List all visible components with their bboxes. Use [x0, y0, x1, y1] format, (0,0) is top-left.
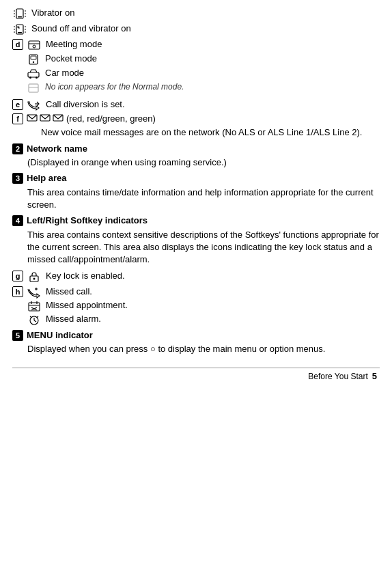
svg-point-35	[33, 277, 36, 279]
sound-vib-row: Sound off and vibrator on	[12, 23, 380, 36]
meeting-icon	[27, 38, 46, 51]
sound-vib-label: Sound off and vibrator on	[31, 23, 380, 35]
voicemail-icons	[27, 113, 64, 122]
voicemail-body: New voice mail messages are on the netwo…	[41, 126, 380, 139]
voicemail-row: f (red, red/green, green)	[12, 113, 380, 125]
car-mode-row: Car mode	[26, 67, 380, 80]
missed-alarm-label: Missed alarm.	[46, 313, 380, 325]
footer-divider	[12, 368, 380, 368]
missed-call-label: Missed call.	[46, 286, 380, 298]
vibrator-label: Vibrator on	[31, 7, 380, 19]
missed-call-icon	[27, 286, 46, 299]
note-icon	[26, 81, 45, 94]
badge-3: 3	[12, 173, 23, 184]
keylock-icon	[27, 270, 46, 283]
badge-d: d	[12, 39, 23, 50]
badge-4: 4	[12, 215, 23, 226]
menu-body: Displayed when you can press ○ to displa…	[27, 343, 380, 355]
call-divert-label: Call diversion is set.	[46, 98, 380, 111]
help-title: Help area	[27, 172, 380, 184]
softkey-body: This area contains context sensitive des…	[27, 229, 380, 266]
svg-point-24	[33, 61, 34, 63]
network-section: 2 Network name	[12, 143, 380, 155]
badge-e: e	[12, 99, 23, 110]
footer: Before You Start 5	[12, 371, 380, 381]
badge-f: f	[12, 113, 23, 124]
missed-call-item: Missed call.	[27, 286, 380, 299]
svg-rect-7	[18, 16, 22, 18]
svg-point-26	[29, 77, 31, 79]
missed-appt-icon	[27, 299, 46, 312]
missed-appt-item: Missed appointment.	[27, 299, 380, 312]
svg-point-27	[36, 77, 38, 79]
footer-page: 5	[372, 371, 377, 381]
svg-point-21	[33, 45, 36, 48]
page-content: Vibrator on Sound off and vibrator on d	[0, 0, 392, 388]
vibrator-icon	[12, 7, 31, 20]
meeting-label: Meeting mode	[46, 38, 380, 51]
svg-rect-38	[29, 303, 40, 311]
normal-mode-note: No icon appears for the Normal mode.	[26, 81, 380, 94]
network-body: (Displayed in orange when using roaming …	[27, 156, 380, 169]
meeting-mode-row: d Meeting mode	[12, 38, 380, 51]
badge-h: h	[12, 286, 23, 297]
badge-g: g	[12, 271, 23, 281]
help-body: This area contains time/date information…	[27, 187, 380, 211]
svg-line-47	[30, 316, 32, 318]
menu-title: MENU indicator	[27, 329, 380, 342]
svg-rect-23	[31, 56, 36, 59]
voicemail-text: New voice mail messages are on the netwo…	[41, 127, 362, 137]
svg-rect-25	[28, 72, 39, 77]
network-title: Network name	[27, 143, 380, 155]
pocket-mode-row: Pocket mode	[26, 53, 380, 66]
car-label: Car mode	[45, 67, 380, 79]
badge-2: 2	[12, 143, 23, 154]
voicemail-prefix: (red, red/green, green)	[66, 113, 380, 125]
missed-appt-label: Missed appointment.	[46, 299, 380, 312]
softkey-section: 4 Left/Right Softkey indicators	[12, 215, 380, 227]
softkey-title: Left/Right Softkey indicators	[27, 215, 380, 227]
keylock-label: Key lock is enabled.	[46, 270, 380, 282]
missed-section: h Missed call.	[12, 286, 380, 327]
vibrator-row: Vibrator on	[12, 7, 380, 20]
missed-alarm-icon	[27, 313, 46, 326]
sound-vib-icon	[12, 23, 31, 36]
svg-rect-28	[29, 84, 38, 92]
badge-5: 5	[12, 330, 23, 341]
footer-label: Before You Start	[308, 372, 367, 381]
pocket-icon	[26, 53, 45, 66]
call-divert-row: e Call diversion is set.	[12, 98, 380, 111]
missed-alarm-item: Missed alarm.	[27, 313, 380, 326]
keylock-row: g Key lock is enabled.	[12, 270, 380, 283]
menu-section: 5 MENU indicator	[12, 329, 380, 342]
call-divert-icon	[27, 98, 46, 111]
svg-line-46	[34, 320, 36, 322]
pocket-label: Pocket mode	[45, 53, 380, 65]
car-icon	[26, 67, 45, 80]
normal-mode-label: No icon appears for the Normal mode.	[45, 81, 380, 92]
help-section: 3 Help area	[12, 172, 380, 184]
svg-line-48	[37, 316, 39, 318]
svg-rect-15	[18, 32, 22, 33]
